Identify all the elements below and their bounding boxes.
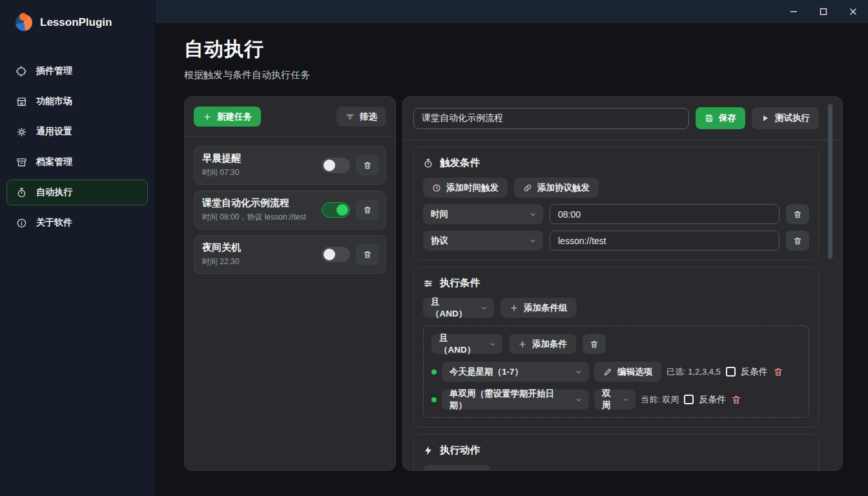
- sidebar-item-about[interactable]: 关于软件: [6, 210, 148, 236]
- test-run-label: 测试执行: [775, 112, 810, 124]
- condition-type-select[interactable]: 今天是星期（1-7）: [442, 362, 589, 382]
- test-run-button[interactable]: 测试执行: [752, 107, 819, 129]
- trigger-add-row: 添加时间触发 添加协议触发: [423, 178, 809, 198]
- task-controls: [322, 155, 379, 176]
- edit-options-label: 编辑选项: [617, 366, 652, 378]
- sidebar-item-market[interactable]: 功能市场: [6, 88, 148, 114]
- add-action-button[interactable]: 添加动作: [423, 465, 490, 471]
- trigger-section-title: 触发条件: [423, 156, 809, 170]
- group-operator-select[interactable]: 且（AND）: [431, 334, 502, 354]
- task-enabled-toggle[interactable]: [322, 247, 350, 262]
- task-subtitle: 时间 07:30: [202, 167, 241, 178]
- add-action-label: 添加动作: [446, 470, 481, 471]
- toggle-knob: [336, 204, 348, 216]
- trash-icon: [363, 205, 372, 214]
- pencil-icon: [603, 367, 612, 377]
- add-time-trigger-button[interactable]: 添加时间触发: [423, 178, 508, 198]
- add-protocol-trigger-button[interactable]: 添加协议触发: [514, 178, 599, 198]
- trash-icon: [363, 161, 372, 170]
- task-controls: [322, 244, 379, 265]
- plus-icon: [518, 340, 527, 349]
- sidebar-item-autorun[interactable]: 自动执行: [6, 180, 148, 205]
- condition-row: 今天是星期（1-7） 编辑选项 已选: 1,2,3,4,5: [431, 362, 801, 382]
- task-controls: [322, 200, 379, 220]
- trigger-type-value: 时间: [431, 209, 448, 220]
- condition-type-select[interactable]: 单双周（需设置学期开始日期）: [442, 389, 589, 409]
- delete-task-button[interactable]: [356, 244, 379, 265]
- sidebar-item-label: 通用设置: [36, 126, 72, 138]
- trigger-value-input[interactable]: [550, 204, 780, 224]
- plus-icon: [432, 471, 441, 471]
- delete-condition-icon[interactable]: [731, 395, 741, 405]
- conditions-root-row: 且（AND） 添加条件组: [423, 298, 809, 318]
- task-panel-header: 新建任务 筛选: [185, 97, 395, 137]
- add-condition-button[interactable]: 添加条件: [509, 334, 576, 354]
- actions-add-row: 添加动作: [423, 465, 809, 471]
- sidebar-item-label: 功能市场: [36, 96, 72, 107]
- task-title: 早晨提醒: [202, 152, 241, 165]
- app-window: LessonPlugin 插件管理 功能市场 通用设置: [0, 0, 868, 496]
- page-subtitle: 根据触发与条件自动执行任务: [184, 69, 843, 81]
- plus-icon: [203, 112, 212, 121]
- add-condition-group-button[interactable]: 添加条件组: [501, 298, 577, 318]
- root-operator-select[interactable]: 且（AND）: [423, 298, 494, 318]
- task-enabled-toggle[interactable]: [322, 158, 350, 173]
- chevron-down-icon: [489, 340, 496, 348]
- actions-section: 执行动作 添加动作: [413, 434, 819, 471]
- filter-icon: [346, 112, 355, 121]
- trash-icon: [793, 236, 802, 245]
- sidebar-item-archives[interactable]: 档案管理: [6, 149, 148, 175]
- task-texts: 夜间关机 时间 22:30: [202, 242, 241, 267]
- delete-condition-icon[interactable]: [773, 367, 783, 377]
- save-button[interactable]: 保存: [696, 107, 745, 129]
- delete-group-button[interactable]: [583, 334, 606, 354]
- task-enabled-toggle[interactable]: [322, 202, 350, 218]
- sidebar-item-settings[interactable]: 通用设置: [6, 119, 148, 145]
- stopwatch-icon: [423, 158, 433, 169]
- condition-type-value: 今天是星期（1-7）: [450, 366, 523, 378]
- invert-checkbox[interactable]: [726, 367, 736, 377]
- delete-trigger-button[interactable]: [786, 204, 809, 224]
- week-parity-select[interactable]: 双周: [594, 389, 636, 409]
- task-title: 课堂自动化示例流程: [202, 197, 306, 209]
- task-row[interactable]: 夜间关机 时间 22:30: [194, 235, 386, 274]
- invert-checkbox[interactable]: [684, 395, 694, 404]
- play-icon: [761, 114, 770, 123]
- trigger-type-select[interactable]: 协议: [423, 231, 543, 251]
- minimize-button[interactable]: [779, 0, 809, 23]
- task-list-panel: 新建任务 筛选 早晨提醒 时间 07:30: [184, 96, 396, 471]
- task-row[interactable]: 早晨提醒 时间 07:30: [194, 146, 386, 185]
- task-list: 早晨提醒 时间 07:30: [185, 137, 395, 283]
- task-name-input[interactable]: [413, 108, 689, 129]
- edit-options-button[interactable]: 编辑选项: [594, 362, 661, 382]
- trigger-value-input[interactable]: [550, 231, 780, 251]
- trash-icon: [590, 340, 599, 349]
- titlebar: [155, 0, 868, 23]
- page-title: 自动执行: [184, 36, 843, 63]
- archive-icon: [16, 157, 27, 168]
- close-button[interactable]: [838, 0, 868, 23]
- autorun-layout: 新建任务 筛选 早晨提醒 时间 07:30: [184, 96, 843, 471]
- trigger-type-value: 协议: [431, 235, 448, 247]
- condition-status-text: 已选: 1,2,3,4,5: [666, 366, 721, 378]
- chevron-down-icon: [480, 304, 488, 312]
- filter-button[interactable]: 筛选: [336, 107, 386, 127]
- info-icon: [16, 218, 27, 229]
- sidebar-item-plugins[interactable]: 插件管理: [6, 58, 148, 84]
- editor-scrollbar[interactable]: [828, 104, 832, 259]
- delete-task-button[interactable]: [356, 155, 379, 176]
- maximize-button[interactable]: [809, 0, 838, 23]
- add-time-trigger-label: 添加时间触发: [446, 182, 499, 194]
- trash-icon: [793, 210, 802, 219]
- group-operator-row: 且（AND） 添加条件: [431, 334, 801, 354]
- task-subtitle: 时间 08:00，协议 lesson://test: [202, 212, 306, 223]
- task-row[interactable]: 课堂自动化示例流程 时间 08:00，协议 lesson://test: [194, 191, 386, 229]
- trigger-type-select[interactable]: 时间: [423, 204, 543, 224]
- new-task-button[interactable]: 新建任务: [194, 107, 261, 127]
- delete-task-button[interactable]: [356, 200, 379, 220]
- conditions-section-title: 执行条件: [423, 276, 809, 290]
- lightning-icon: [423, 446, 433, 456]
- delete-trigger-button[interactable]: [786, 231, 809, 251]
- sidebar-nav: 插件管理 功能市场 通用设置 档案管理: [0, 58, 154, 236]
- trigger-title-text: 触发条件: [440, 156, 480, 170]
